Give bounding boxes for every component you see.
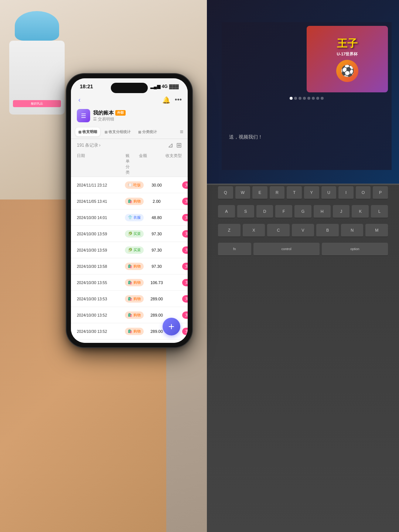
filter-funnel-icon[interactable]: ⊿ xyxy=(168,141,173,149)
transaction-row[interactable]: 2024/10/30 13:53 🛍️ 购物 289.00 支出 xyxy=(71,291,188,307)
key-p[interactable]: P xyxy=(373,186,388,200)
tab-bar: ⊞ 收支明细 ⊞ 收支分组统计 ⊞ 分类统计 ≡ xyxy=(71,125,188,139)
filter-layout-icon[interactable]: ⊞ xyxy=(176,141,182,149)
category-badge: 🛍️ 购物 xyxy=(125,328,144,335)
tx-category: 🛍️ 购物 xyxy=(125,263,144,270)
more-icon[interactable]: ••• xyxy=(175,96,182,104)
category-label: 购物 xyxy=(133,296,141,301)
key-w[interactable]: W xyxy=(235,186,250,200)
transaction-row[interactable]: 2024/10/30 13:59 🥬 买菜 97.30 支出 xyxy=(71,242,188,258)
key-b[interactable]: B xyxy=(316,224,339,237)
type-badge: 支出 xyxy=(182,198,188,205)
video-progress xyxy=(290,97,324,100)
tx-date: 2024/10/30 13:52 xyxy=(77,329,125,334)
key-g[interactable]: G xyxy=(294,205,311,218)
th-amount: 金额 xyxy=(130,153,156,175)
bottle-label: 酸奶乳品 xyxy=(13,100,61,107)
prog-dot-1 xyxy=(290,97,293,100)
record-count[interactable]: 191 条记录 › xyxy=(77,142,100,149)
phone-container: 18:21 ▲ ▂▄▆ 4G ▓▓▓ ‹ 🔔 ••• ☰ xyxy=(66,74,192,347)
transaction-row[interactable]: 2024/11/11 23:12 🍽️ 吃饭 30.00 支出 xyxy=(71,177,188,193)
anime-banner: 王子 U-17世界杯 ⚽ xyxy=(307,26,388,92)
key-c[interactable]: C xyxy=(267,224,290,237)
tab-group[interactable]: ⊞ 收支分组统计 xyxy=(102,127,134,136)
key-u[interactable]: U xyxy=(321,186,337,200)
key-i[interactable]: I xyxy=(338,186,354,200)
category-icon: 🛍️ xyxy=(128,280,132,284)
fab-add-button[interactable]: + xyxy=(163,318,180,335)
transaction-row[interactable]: 2024/10/30 13:59 🥬 买菜 97.30 支出 xyxy=(71,226,188,242)
key-option[interactable]: option xyxy=(322,243,388,256)
key-n[interactable]: N xyxy=(341,224,364,237)
account-name: 我的账本 外部 xyxy=(93,110,126,116)
filter-icons: ⊿ ⊞ xyxy=(168,141,182,149)
tx-amount: 97.30 xyxy=(144,264,170,269)
prog-dot-3 xyxy=(299,97,301,100)
category-icon: 🛍️ xyxy=(128,329,132,333)
tab-detail[interactable]: ⊞ 收支明细 xyxy=(75,127,100,136)
bottle: 酸奶乳品 xyxy=(7,11,66,115)
key-m[interactable]: M xyxy=(365,224,388,237)
transaction-row[interactable]: 2024/10/30 14:01 👕 衣服 48.80 支出 xyxy=(71,209,188,226)
category-icon: 🛍️ xyxy=(128,199,132,203)
tab-detail-label: 收支明细 xyxy=(82,129,97,134)
status-time: 18:21 xyxy=(80,83,93,89)
category-badge: 🛍️ 购物 xyxy=(125,295,144,303)
transaction-row[interactable]: 2024/10/30 13:49 🍿 零食 36.60 支出 xyxy=(71,340,188,343)
key-fn[interactable]: fn xyxy=(218,243,251,256)
key-f[interactable]: F xyxy=(275,205,292,218)
status-right: ▂▄▆ 4G ▓▓▓ xyxy=(150,84,179,89)
key-j[interactable]: J xyxy=(333,205,350,218)
record-arrow: › xyxy=(99,143,100,148)
video-text: 送，视频我们！ xyxy=(229,134,263,140)
tx-category: 🍽️ 吃饭 xyxy=(125,181,144,189)
key-t[interactable]: T xyxy=(287,186,302,200)
keyboard-row-bottom: fn control option xyxy=(211,241,395,258)
key-e[interactable]: E xyxy=(252,186,267,200)
anime-title: 王子 xyxy=(337,37,358,51)
tx-category: 🛍️ 购物 xyxy=(125,279,144,286)
category-icon: 🛍️ xyxy=(128,313,132,317)
key-o[interactable]: O xyxy=(356,186,371,200)
category-badge: 🛍️ 购物 xyxy=(125,198,144,205)
key-y[interactable]: Y xyxy=(304,186,319,200)
key-s[interactable]: S xyxy=(237,205,254,218)
tx-category: 🥬 买菜 xyxy=(125,246,144,254)
prog-dot-7 xyxy=(316,97,319,100)
th-date: 日期 xyxy=(77,153,125,175)
transaction-row[interactable]: 2024/10/30 13:55 🛍️ 购物 106.73 支出 xyxy=(71,274,188,291)
transaction-row[interactable]: 2024/10/30 13:58 🛍️ 购物 97.30 支出 xyxy=(71,258,188,274)
transaction-row[interactable]: 2024/11/05 13:41 🛍️ 购物 2.00 支出 xyxy=(71,193,188,209)
key-z[interactable]: Z xyxy=(218,224,241,237)
key-x[interactable]: X xyxy=(243,224,265,237)
tx-type: 支出 xyxy=(170,263,188,270)
tab-menu-icon[interactable]: ≡ xyxy=(180,129,183,135)
tx-amount: 289.00 xyxy=(144,297,170,301)
key-k[interactable]: K xyxy=(352,205,369,218)
account-subtitle: ☰ 交易明细 xyxy=(93,116,126,122)
type-badge: 支出 xyxy=(182,328,188,335)
app-header: ‹ 🔔 ••• xyxy=(71,92,188,108)
tx-category: 🥬 买菜 xyxy=(125,230,144,238)
category-icon: 🛍️ xyxy=(128,264,132,268)
key-l[interactable]: L xyxy=(371,205,388,218)
keyboard-row-3: Z X C V B N M xyxy=(211,222,395,239)
key-h[interactable]: H xyxy=(314,205,331,218)
type-badge: 支出 xyxy=(182,214,188,221)
key-q[interactable]: Q xyxy=(218,186,233,200)
category-icon: 🥬 xyxy=(128,232,132,236)
key-d[interactable]: D xyxy=(256,205,273,218)
key-r[interactable]: R xyxy=(270,186,285,200)
category-label: 购物 xyxy=(133,329,141,334)
key-a[interactable]: A xyxy=(218,205,235,218)
key-control[interactable]: control xyxy=(253,243,320,256)
category-badge: 🥬 买菜 xyxy=(125,246,144,254)
category-icon: 👕 xyxy=(128,215,132,219)
tab-category[interactable]: ⊞ 分类统计 xyxy=(135,127,160,136)
tx-type: 支出 xyxy=(170,214,188,221)
prog-dot-4 xyxy=(303,97,306,100)
key-v[interactable]: V xyxy=(292,224,314,237)
back-button[interactable]: ‹ xyxy=(77,95,82,105)
bell-icon[interactable]: 🔔 xyxy=(162,96,170,104)
tx-date: 2024/10/30 14:01 xyxy=(77,215,125,220)
